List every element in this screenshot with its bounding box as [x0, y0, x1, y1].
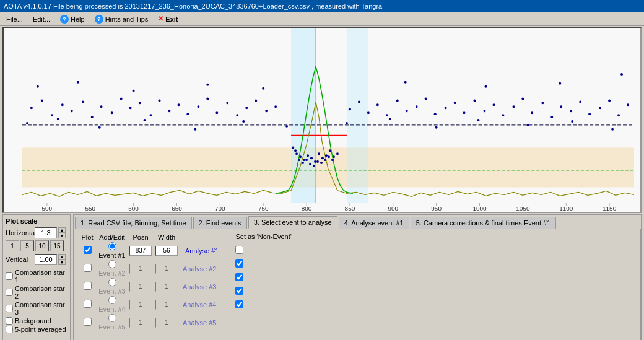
analyse-1-button[interactable]: Analyse #1 [181, 246, 222, 255]
event5-plot-checkbox[interactable] [84, 318, 92, 326]
svg-point-99 [98, 126, 101, 129]
event4-addedit-radio[interactable] [108, 296, 116, 304]
5pt-avg-checkbox[interactable] [6, 326, 13, 333]
chart-area: 500 550 600 650 700 750 800 850 900 950 … [2, 27, 642, 213]
analyse-4-button[interactable]: Analyse #4 [181, 300, 217, 309]
vertical-down[interactable]: ▼ [58, 259, 66, 265]
exit-menu[interactable]: ✕ Exit [154, 14, 181, 24]
hints-menu[interactable]: ? Hints and Tips [91, 14, 152, 25]
comp-star-3-checkbox[interactable] [6, 305, 13, 312]
non-event-4-checkbox[interactable] [235, 287, 243, 295]
edit-menu[interactable]: Edit... [29, 14, 54, 24]
svg-point-101 [194, 128, 196, 131]
analyse-5-button[interactable]: Analyse #5 [181, 318, 217, 327]
tab-3[interactable]: 3. Select event to analyse [248, 216, 337, 229]
tab-4[interactable]: 4. Analyse event #1 [339, 217, 409, 229]
non-event-3-row [235, 270, 291, 284]
col-header-plot: Plot [78, 233, 97, 242]
analyse-2-button[interactable]: Analyse #2 [181, 264, 217, 273]
event1-posn-input[interactable] [129, 246, 152, 256]
event1-addedit-radio[interactable] [108, 242, 116, 250]
tab-2[interactable]: 2. Find events [193, 217, 247, 229]
comp-star-2-item[interactable]: Comparison star 2 [6, 285, 67, 300]
svg-point-13 [82, 100, 84, 103]
event5-posn-input [129, 318, 152, 328]
non-event-3-checkbox[interactable] [235, 273, 243, 281]
comp-star-1-checkbox[interactable] [6, 272, 13, 280]
tab-5[interactable]: 5. Camera corrections & final times Even… [411, 217, 557, 229]
svg-point-42 [321, 157, 324, 159]
svg-text:700: 700 [215, 205, 225, 212]
svg-point-16 [111, 111, 113, 114]
comp-star-3-item[interactable]: Comparison star 3 [6, 301, 67, 316]
comp-star-1-item[interactable]: Comparison star 1 [6, 269, 67, 284]
preset-5[interactable]: 5 [20, 240, 34, 251]
help-menu[interactable]: ? Help [56, 14, 89, 25]
svg-point-100 [144, 119, 146, 121]
5pt-avg-item[interactable]: 5-point averaged [6, 326, 67, 333]
svg-point-94 [484, 85, 487, 88]
chart-svg: 500 550 600 650 700 750 800 850 900 950 … [4, 28, 640, 212]
svg-point-58 [349, 108, 351, 110]
preset-1[interactable]: 1 [6, 240, 19, 251]
event3-width-cell [154, 277, 180, 295]
svg-point-46 [336, 152, 339, 155]
svg-point-55 [324, 159, 326, 161]
event1-width-input[interactable] [155, 246, 178, 256]
svg-point-18 [129, 107, 132, 109]
background-item[interactable]: Background [6, 317, 67, 325]
svg-text:1100: 1100 [559, 205, 573, 212]
svg-point-21 [159, 99, 161, 102]
comp-star-2-checkbox[interactable] [6, 289, 13, 296]
horizontal-spinner: ▲ ▼ [58, 227, 66, 238]
vertical-up[interactable]: ▲ [58, 254, 66, 259]
horizontal-up[interactable]: ▲ [58, 227, 66, 233]
svg-text:800: 800 [302, 205, 312, 212]
event5-addedit-radio[interactable] [108, 314, 116, 322]
tab-1[interactable]: 1. Read CSV file, Binning, Set time [75, 217, 192, 229]
event4-width-cell [154, 295, 180, 313]
event3-width-input [155, 282, 178, 292]
svg-point-40 [314, 160, 316, 163]
non-event-5-checkbox[interactable] [235, 300, 243, 308]
non-event-2-checkbox[interactable] [235, 259, 243, 268]
horizontal-down[interactable]: ▼ [58, 233, 66, 238]
svg-point-88 [37, 85, 39, 88]
svg-point-60 [367, 111, 370, 114]
bottom-panel: Plot scale Horizontal ▲ ▼ 1 5 10 15 Vert… [2, 214, 642, 340]
event4-analyse-cell: Analyse #4 [180, 295, 224, 313]
event4-plot-checkbox[interactable] [84, 300, 92, 308]
preset-15[interactable]: 15 [50, 240, 64, 251]
svg-point-77 [531, 111, 533, 114]
svg-point-87 [627, 103, 629, 106]
non-event-column: Set as 'Non-Event' [235, 233, 291, 331]
svg-point-38 [307, 154, 309, 157]
svg-point-104 [346, 122, 348, 124]
non-event-1-checkbox[interactable] [235, 246, 243, 254]
svg-point-52 [313, 165, 315, 167]
background-checkbox[interactable] [6, 317, 13, 325]
event5-width-input [155, 318, 178, 328]
event4-plot-cell [78, 295, 97, 313]
event2-plot-checkbox[interactable] [84, 264, 92, 272]
svg-point-85 [608, 99, 611, 102]
analyse-3-button[interactable]: Analyse #3 [181, 282, 217, 291]
col-header-posn: Posn [128, 233, 154, 242]
svg-text:500: 500 [42, 205, 53, 212]
svg-point-65 [416, 105, 418, 108]
svg-point-109 [571, 120, 573, 123]
hints-icon: ? [95, 15, 103, 24]
event1-analyse-cell: Analyse #1 [180, 242, 224, 259]
event4-posn-cell [128, 295, 154, 313]
event3-addedit-radio[interactable] [108, 278, 116, 286]
svg-text:600: 600 [128, 205, 139, 212]
app-title: AOTA v4.1.0.17 File being processed is 2… [4, 2, 382, 10]
file-menu[interactable]: File... [2, 14, 27, 24]
event2-addedit-radio[interactable] [108, 260, 116, 268]
vertical-input[interactable] [35, 254, 57, 265]
event1-plot-checkbox[interactable] [84, 246, 92, 254]
svg-point-17 [120, 97, 123, 100]
event3-plot-checkbox[interactable] [84, 282, 92, 290]
horizontal-input[interactable] [35, 227, 57, 238]
preset-10[interactable]: 10 [35, 240, 49, 251]
